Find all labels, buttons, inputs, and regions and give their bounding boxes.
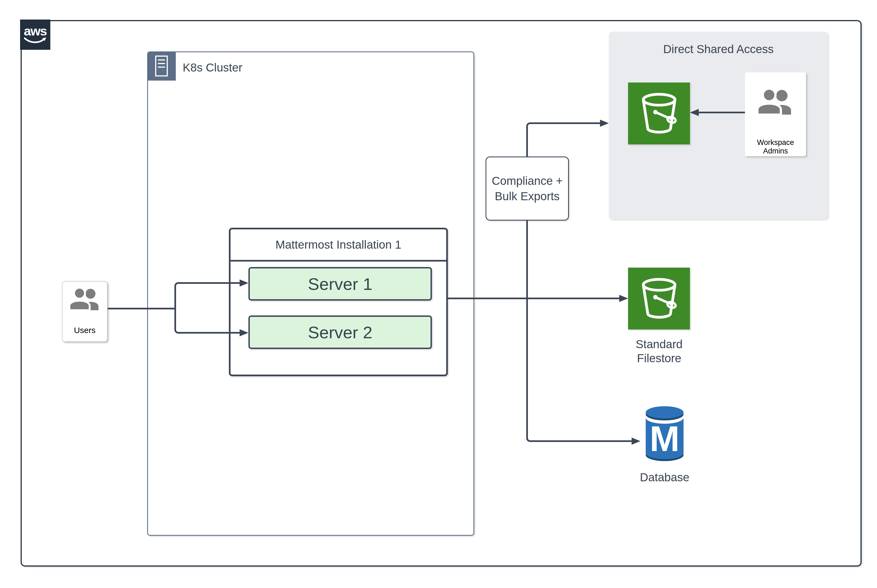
workspace-admins-node: Workspace Admins <box>745 72 806 156</box>
people-icon <box>755 87 796 118</box>
aws-logo-badge: aws <box>20 20 50 50</box>
connector-branch-to-server-2 <box>174 309 240 334</box>
connector-trunk-to-database <box>526 298 632 442</box>
arrowhead-into-server-1 <box>240 279 248 286</box>
dedicated-export-bucket-node <box>628 82 690 144</box>
arrowhead-into-export-bucket <box>600 120 609 127</box>
users-node: Users <box>62 281 108 342</box>
compliance-bulk-exports-node: Compliance + Bulk Exports <box>485 156 569 220</box>
k8s-cluster-label: K8s Cluster <box>183 60 242 75</box>
k8s-cluster-tab <box>147 51 176 81</box>
s3-bucket-icon <box>634 89 684 138</box>
mattermost-installation-title: Mattermost Installation 1 <box>231 230 446 261</box>
diagram-canvas: aws K8s Cluster Users Mattermost Install… <box>0 0 877 588</box>
arrowhead-into-standard-filestore <box>619 295 628 302</box>
aws-smile-icon <box>23 37 47 44</box>
compliance-label-line1: Compliance + <box>492 173 563 189</box>
direct-shared-access-title: Direct Shared Access <box>609 43 828 56</box>
users-label: Users <box>62 282 107 343</box>
compliance-label-line2: Bulk Exports <box>495 189 560 204</box>
connector-users-stem <box>108 308 175 309</box>
server-2-node: Server 2 <box>248 315 432 349</box>
server-1-node: Server 1 <box>248 267 432 301</box>
aws-logo-text: aws <box>24 25 47 37</box>
arrowhead-into-database <box>632 438 640 445</box>
mattermost-installation-container: Mattermost Installation 1 <box>229 228 448 376</box>
s3-bucket-icon <box>634 274 684 323</box>
connector-branch-to-server-1 <box>174 282 240 309</box>
connector-admins-to-export-bucket <box>699 112 745 113</box>
database-icon-letter: M <box>650 418 680 459</box>
standard-filestore-node <box>628 268 690 330</box>
database-label: Database <box>630 471 699 484</box>
arrowhead-into-export-bucket-from-admins <box>690 109 699 116</box>
workspace-admins-label: Workspace Admins <box>745 138 806 155</box>
server-rack-icon <box>155 55 168 77</box>
arrowhead-into-server-2 <box>240 329 248 336</box>
database-cylinder-icon: M <box>641 404 688 467</box>
